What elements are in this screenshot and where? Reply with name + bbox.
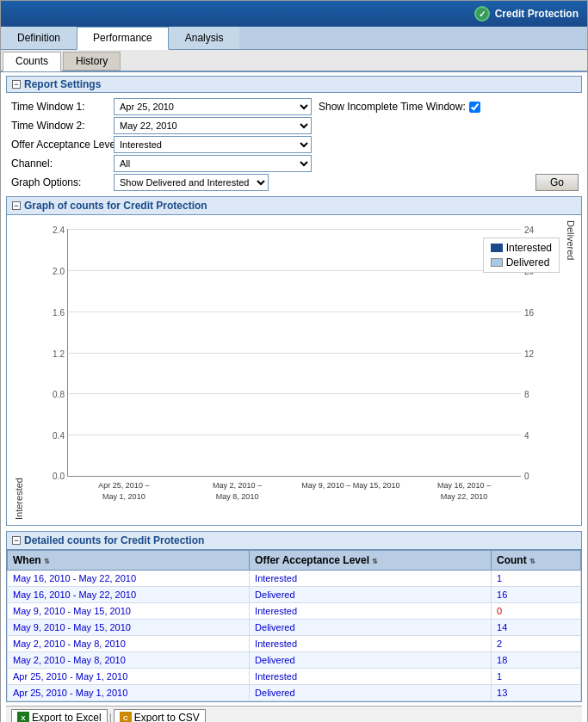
y-right-label-00: 0 (524, 472, 529, 481)
time-window-1-label: Time Window 1: (11, 98, 110, 115)
cell-when: May 16, 2010 - May 22, 2010 (8, 571, 250, 587)
cell-level: Delivered (250, 620, 492, 636)
x-label-3: May 9, 2010 – May 15, 2010 (294, 480, 408, 502)
chart-axes: 2.4 24 2.0 20 1.6 16 (67, 229, 521, 477)
channel-select[interactable]: All (114, 155, 312, 172)
table-row: May 16, 2010 - May 22, 2010Delivered16 (8, 587, 581, 603)
col-offer-level-label: Offer Acceptance Level (255, 554, 369, 566)
export-csv-button[interactable]: C Export to CSV (114, 709, 206, 722)
table-row: May 9, 2010 - May 15, 2010Interested0 (8, 603, 581, 620)
time-window-1-select[interactable]: Apr 25, 2010 (114, 98, 312, 115)
main-tabs: Definition Performance Analysis (1, 27, 587, 50)
cell-count: 14 (492, 620, 581, 636)
header-title-text: Credit Protection (495, 8, 579, 20)
cell-when: Apr 25, 2010 - May 1, 2010 (8, 685, 250, 701)
show-incomplete-label: Show Incomplete Time Window: (319, 101, 466, 113)
col-count-label: Count (497, 554, 527, 566)
y-label-04: 0.4 (53, 431, 65, 441)
table-title: Detailed counts for Credit Protection (24, 534, 204, 546)
y-label-20: 2.0 (53, 266, 65, 275)
table-body: May 16, 2010 - May 22, 2010Interested1Ma… (8, 571, 581, 701)
time-window-1-control: Apr 25, 2010 Show Incomplete Time Window… (114, 98, 582, 115)
graph-options-label: Graph Options: (11, 174, 110, 191)
chart-section: − Graph of counts for Credit Protection … (6, 196, 582, 526)
table-collapse-icon[interactable]: − (12, 536, 21, 545)
channel-control: All (114, 155, 582, 172)
chart-collapse-icon[interactable]: − (12, 201, 21, 210)
sort-icon-when: ⇅ (44, 558, 50, 565)
cell-count: 13 (492, 685, 581, 701)
y-right-label-08: 8 (524, 390, 529, 399)
legend-color-interested (491, 244, 503, 252)
cell-level: Interested (250, 669, 492, 685)
x-label-2: May 2, 2010 –May 8, 2010 (181, 480, 294, 502)
report-settings-grid: Time Window 1: Apr 25, 2010 Show Incompl… (6, 96, 582, 196)
tab-analysis[interactable]: Analysis (169, 27, 240, 49)
cell-level: Delivered (250, 652, 492, 669)
subtab-history[interactable]: History (63, 52, 121, 71)
chart-area: Interested 2.4 24 2.0 (7, 215, 581, 525)
report-settings-label: Report Settings (24, 78, 101, 90)
y-right-label-16: 16 (524, 307, 534, 317)
offer-level-control: Interested (114, 136, 582, 153)
chart-header: − Graph of counts for Credit Protection (7, 197, 581, 215)
col-offer-level[interactable]: Offer Acceptance Level ⇅ (250, 551, 492, 571)
header-title: ✓ Credit Protection (474, 6, 579, 22)
y-axis-label-right: Delivered (564, 220, 576, 520)
cell-level: Delivered (250, 587, 492, 603)
table-row: May 16, 2010 - May 22, 2010Interested1 (8, 571, 581, 587)
cell-count: 16 (492, 587, 581, 603)
cell-count: 2 (492, 636, 581, 652)
cell-when: May 9, 2010 - May 15, 2010 (8, 620, 250, 636)
col-when-label: When (13, 554, 41, 566)
export-excel-button[interactable]: X Export to Excel (11, 709, 108, 722)
counts-table: When ⇅ Offer Acceptance Level ⇅ Count ⇅ (7, 550, 581, 701)
y-label-16: 1.6 (53, 307, 65, 317)
cell-level: Interested (250, 636, 492, 652)
graph-options-select[interactable]: Show Delivered and Interested (114, 174, 269, 191)
cell-when: Apr 25, 2010 - May 1, 2010 (8, 669, 250, 685)
legend-label-interested: Interested (506, 242, 552, 254)
y-label-08: 0.8 (53, 390, 65, 399)
report-settings-header: − Report Settings (6, 76, 582, 93)
col-count[interactable]: Count ⇅ (492, 551, 581, 571)
chart-inner: 2.4 24 2.0 20 1.6 16 (24, 220, 564, 520)
sort-icon-count: ⇅ (529, 558, 535, 565)
excel-icon: X (17, 712, 29, 722)
y-right-label-12: 12 (524, 349, 534, 358)
table-section: − Detailed counts for Credit Protection … (6, 531, 582, 702)
tab-performance[interactable]: Performance (77, 27, 169, 50)
graph-options-row: Show Delivered and Interested Go (114, 174, 582, 191)
footer: X Export to Excel | C Export to CSV (6, 706, 582, 722)
tab-definition[interactable]: Definition (1, 27, 77, 49)
time-window-2-select[interactable]: May 22, 2010 (114, 117, 312, 134)
x-label-1: Apr 25, 2010 –May 1, 2010 (67, 480, 181, 502)
bars-container (68, 229, 521, 476)
table-row: May 2, 2010 - May 8, 2010Delivered18 (8, 652, 581, 669)
collapse-icon[interactable]: − (12, 80, 21, 89)
show-incomplete-checkbox[interactable] (469, 102, 480, 113)
show-incomplete-container: Show Incomplete Time Window: (319, 101, 480, 113)
subtab-counts[interactable]: Counts (3, 52, 61, 71)
x-axis-labels: Apr 25, 2010 –May 1, 2010 May 2, 2010 –M… (67, 477, 521, 502)
y-axis-label-left: Interested (12, 220, 24, 520)
footer-separator: | (109, 712, 112, 722)
checkmark-icon: ✓ (474, 6, 490, 22)
col-when[interactable]: When ⇅ (8, 551, 250, 571)
table-header: − Detailed counts for Credit Protection (7, 532, 581, 550)
content-area: − Report Settings Time Window 1: Apr 25,… (1, 72, 587, 722)
legend-color-delivered (491, 258, 503, 267)
chart-legend: Interested Delivered (483, 238, 560, 273)
legend-label-delivered: Delivered (506, 256, 550, 268)
cell-when: May 2, 2010 - May 8, 2010 (8, 636, 250, 652)
table-row: May 9, 2010 - May 15, 2010Delivered14 (8, 620, 581, 636)
cell-level: Delivered (250, 685, 492, 701)
cell-level: Interested (250, 603, 492, 620)
offer-level-select[interactable]: Interested (114, 136, 312, 153)
header: ✓ Credit Protection (1, 1, 587, 27)
go-button[interactable]: Go (535, 174, 579, 191)
offer-level-label: Offer Acceptance Level: (11, 136, 110, 153)
subtabs: Counts History (1, 50, 587, 72)
cell-count: 18 (492, 652, 581, 669)
legend-item-interested: Interested (491, 242, 552, 254)
